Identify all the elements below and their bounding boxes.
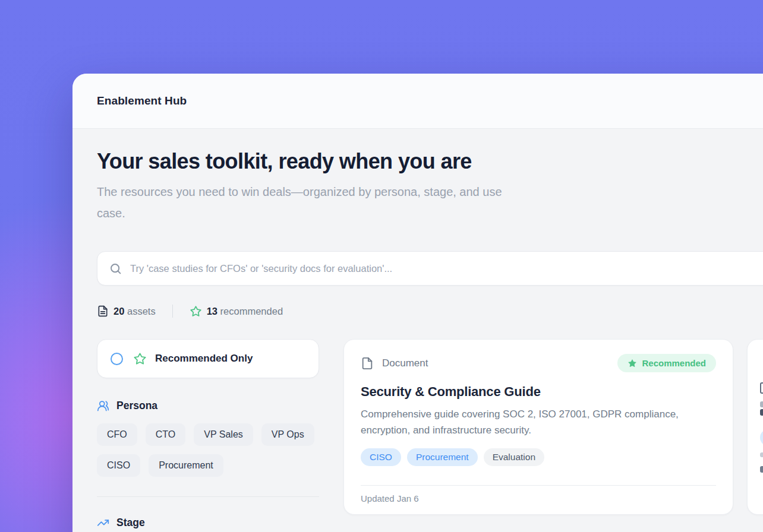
recommended-badge: Recommended xyxy=(617,354,716,372)
stage-section-header: Stage xyxy=(97,517,319,529)
stage-section-label: Stage xyxy=(116,517,145,529)
persona-chip-list: CFOCTOVP SalesVP OpsCISOProcurement xyxy=(97,423,319,477)
search-icon xyxy=(109,262,122,275)
assets-count: 20 xyxy=(113,306,124,316)
star-icon xyxy=(133,352,147,366)
recommended-badge-label: Recommended xyxy=(642,358,706,368)
star-filled-icon xyxy=(628,359,637,368)
file-icon xyxy=(760,382,763,394)
screen: Enablement Hub Your sales toolkit, ready… xyxy=(0,0,763,532)
sidebar-divider xyxy=(97,496,319,497)
trending-up-icon xyxy=(97,517,109,529)
persona-chip-vp-sales[interactable]: VP Sales xyxy=(194,423,253,446)
star-icon xyxy=(190,305,202,318)
file-icon xyxy=(361,357,374,370)
card-title: Security & Compliance Guide xyxy=(361,384,716,400)
card-updated-date: Updated Jan 6 xyxy=(361,486,716,514)
persona-section-label: Persona xyxy=(116,400,157,412)
card-header: Document Recommended xyxy=(361,354,716,372)
asset-card-security-compliance-guide[interactable]: Document Recommended Security & Complian… xyxy=(343,339,733,515)
persona-chip-ciso[interactable]: CISO xyxy=(97,454,140,477)
card-title-fragment xyxy=(760,409,763,416)
asset-card-clipped[interactable] xyxy=(747,339,763,515)
card-tag-list: CISOProcurementEvaluation xyxy=(361,448,716,466)
window-body: Your sales toolkit, ready when you are T… xyxy=(72,149,763,529)
tag-evaluation: Evaluation xyxy=(484,448,544,466)
recommended-only-toggle[interactable]: Recommended Only xyxy=(97,339,319,378)
card-divider-fragment xyxy=(760,452,763,457)
window-header: Enablement Hub xyxy=(72,74,763,129)
search-bar xyxy=(97,251,763,286)
tag-ciso: CISO xyxy=(361,448,401,466)
persona-chip-cto[interactable]: CTO xyxy=(146,423,185,446)
persona-chip-procurement[interactable]: Procurement xyxy=(149,454,223,477)
enablement-hub-window: Enablement Hub Your sales toolkit, ready… xyxy=(72,74,763,532)
filters-sidebar: Recommended Only Persona CFOCTOVP SalesV… xyxy=(97,339,319,529)
recommended-count: 13 xyxy=(207,306,217,316)
app-title: Enablement Hub xyxy=(97,94,187,107)
users-icon xyxy=(97,400,109,412)
card-title-fragment xyxy=(760,401,763,407)
content-area: Recommended Only Persona CFOCTOVP SalesV… xyxy=(97,339,763,529)
card-type-label: Document xyxy=(382,357,428,369)
page-subtitle: The resources you need to win deals—orga… xyxy=(97,181,513,224)
recommended-count-stat: 13 recommended xyxy=(190,305,283,318)
recommended-label: recommended xyxy=(220,306,283,316)
assets-count-stat: 20 assets xyxy=(97,305,156,317)
stats-divider xyxy=(172,305,173,318)
card-footer: Updated Jan 6 xyxy=(361,485,716,514)
card-updated-fragment xyxy=(760,466,763,473)
persona-section-header: Persona xyxy=(97,400,319,412)
card-tag-fragment xyxy=(760,429,763,446)
stats-row: 20 assets 13 recommended xyxy=(97,302,763,320)
card-description: Comprehensive guide covering SOC 2, ISO … xyxy=(361,406,705,438)
recommended-only-label: Recommended Only xyxy=(155,353,253,365)
file-text-icon xyxy=(97,305,109,317)
search-input[interactable] xyxy=(130,263,763,274)
page-title: Your sales toolkit, ready when you are xyxy=(97,149,763,174)
card-type: Document xyxy=(361,357,428,370)
tag-procurement: Procurement xyxy=(407,448,478,466)
persona-chip-vp-ops[interactable]: VP Ops xyxy=(261,423,314,446)
persona-chip-cfo[interactable]: CFO xyxy=(97,423,137,446)
assets-label: assets xyxy=(127,306,156,316)
asset-card-grid: Document Recommended Security & Complian… xyxy=(343,339,763,515)
radio-circle-icon[interactable] xyxy=(111,353,123,365)
